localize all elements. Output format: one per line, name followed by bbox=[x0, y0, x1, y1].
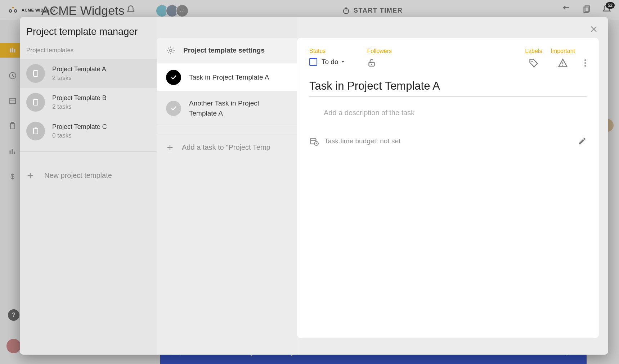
status-checkbox-icon bbox=[309, 58, 317, 66]
svg-rect-20 bbox=[35, 127, 37, 129]
template-task-label: Task in Project Template A bbox=[189, 72, 269, 82]
svg-point-23 bbox=[371, 64, 372, 65]
warning-icon[interactable] bbox=[558, 58, 568, 68]
template-name: Project Template B bbox=[52, 94, 107, 102]
template-sub: 2 tasks bbox=[52, 103, 107, 111]
svg-rect-18 bbox=[35, 99, 37, 100]
new-template-button[interactable]: New project template bbox=[20, 160, 157, 190]
gear-icon bbox=[166, 46, 175, 55]
labels-label: Labels bbox=[525, 48, 542, 54]
check-circle-icon bbox=[166, 70, 181, 85]
template-sub: 2 tasks bbox=[52, 75, 106, 82]
tag-icon[interactable] bbox=[529, 58, 539, 68]
template-sub: 0 tasks bbox=[52, 132, 107, 139]
modal-title: Project template manager bbox=[20, 17, 157, 47]
template-item[interactable]: Project Template A 2 tasks bbox=[20, 59, 157, 88]
close-icon[interactable] bbox=[589, 25, 598, 33]
clipboard-icon bbox=[26, 64, 45, 83]
plus-icon bbox=[166, 144, 174, 152]
svg-rect-15 bbox=[33, 71, 38, 76]
followers-label: Followers bbox=[367, 48, 391, 54]
svg-rect-19 bbox=[33, 128, 38, 134]
svg-rect-17 bbox=[33, 99, 38, 105]
task-detail-card: Status To do Followers Labels bbox=[297, 38, 599, 338]
template-manager-modal: Project template manager Project templat… bbox=[20, 17, 608, 355]
task-description-input[interactable]: Add a description of the task bbox=[324, 109, 587, 117]
clipboard-icon bbox=[26, 93, 45, 112]
plus-icon bbox=[26, 172, 34, 180]
check-circle-icon bbox=[166, 101, 181, 116]
status-label: Status bbox=[309, 48, 326, 54]
unlock-icon[interactable] bbox=[367, 58, 376, 67]
time-budget-text: Task time budget: not set bbox=[324, 137, 400, 145]
svg-rect-16 bbox=[35, 70, 37, 71]
status-selector[interactable]: To do bbox=[309, 58, 345, 66]
templates-header: Project templates bbox=[20, 47, 157, 59]
template-item[interactable]: Project Template C 0 tasks bbox=[20, 117, 157, 145]
calendar-clock-icon bbox=[309, 136, 319, 146]
template-item[interactable]: Project Template B 2 tasks bbox=[20, 88, 157, 117]
clipboard-icon bbox=[26, 122, 45, 140]
svg-point-27 bbox=[584, 62, 586, 64]
template-task-row[interactable]: Task in Project Template A bbox=[157, 63, 297, 92]
svg-point-25 bbox=[562, 65, 563, 66]
template-settings-row[interactable]: Project template settings bbox=[157, 38, 297, 63]
task-title-input[interactable] bbox=[309, 77, 587, 96]
template-task-row[interactable]: Another Task in Project Template A bbox=[157, 92, 297, 125]
template-task-label: Another Task in Project Template A bbox=[189, 98, 287, 118]
svg-point-24 bbox=[531, 61, 533, 62]
template-name: Project Template C bbox=[52, 123, 107, 131]
svg-point-26 bbox=[584, 59, 586, 61]
more-menu-icon[interactable] bbox=[584, 59, 587, 67]
important-label: Important bbox=[551, 48, 575, 54]
svg-point-28 bbox=[584, 65, 586, 67]
chevron-down-icon bbox=[340, 59, 345, 64]
add-template-task-button[interactable]: Add a task to "Project Temp bbox=[157, 133, 297, 162]
edit-icon[interactable] bbox=[578, 137, 587, 145]
template-name: Project Template A bbox=[52, 66, 106, 73]
svg-point-21 bbox=[170, 49, 172, 52]
